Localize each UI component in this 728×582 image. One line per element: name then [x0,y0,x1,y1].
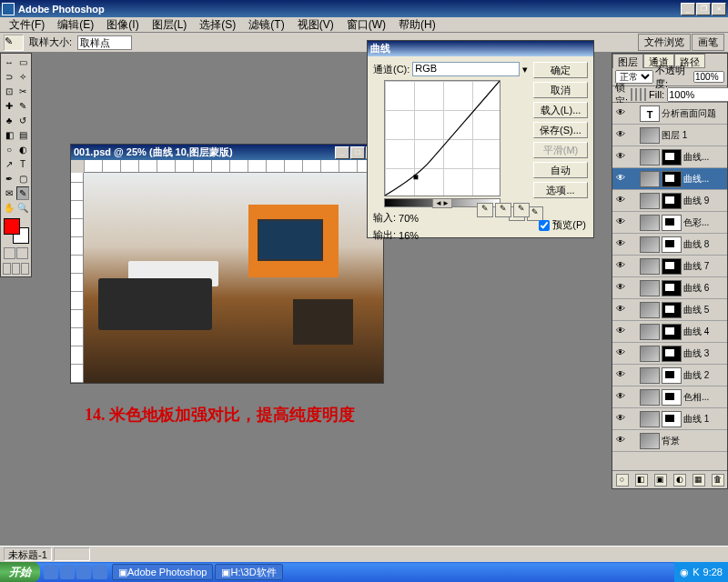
tray-icon[interactable]: ◉ [680,567,689,578]
tab-brushes[interactable]: 画笔 [692,34,724,51]
restore-button[interactable]: ❐ [696,3,711,15]
screen-1[interactable] [3,263,11,275]
screen-2[interactable] [12,263,20,275]
visibility-icon[interactable]: 👁 [614,151,626,163]
doc-maximize[interactable]: □ [350,146,365,159]
visibility-icon[interactable]: 👁 [614,173,626,185]
layer-set-icon[interactable]: ▣ [654,474,667,487]
doc-minimize[interactable]: _ [335,146,349,159]
eyedropper-black-icon[interactable]: ✎ [477,203,493,217]
dodge-tool[interactable]: ◐ [16,143,29,156]
visibility-icon[interactable]: 👁 [614,413,626,425]
visibility-icon[interactable]: 👁 [614,282,626,294]
canvas[interactable] [84,173,383,383]
blur-tool[interactable]: ○ [3,143,15,156]
brush-tool[interactable]: ✎ [16,99,29,113]
visibility-icon[interactable]: 👁 [614,195,626,206]
menu-window[interactable]: 窗口(W) [341,16,391,34]
hand-tool[interactable]: ✋ [3,201,15,215]
layer-name[interactable]: 曲线 4 [683,326,725,338]
auto-button[interactable]: 自动 [533,162,588,178]
layer-row[interactable]: 👁曲线 2 [612,365,727,386]
cancel-button[interactable]: 取消 [533,82,588,98]
ok-button[interactable]: 确定 [533,62,588,78]
task-photoshop[interactable]: ▣ Adobe Photoshop [112,564,213,580]
layer-row[interactable]: 👁曲线... [612,168,727,190]
visibility-icon[interactable]: 👁 [614,435,626,447]
start-button[interactable]: 开始 [0,562,40,582]
visibility-icon[interactable]: 👁 [614,107,626,119]
menu-image[interactable]: 图像(I) [101,16,144,34]
color-swatch[interactable] [4,218,29,244]
visibility-icon[interactable]: 👁 [614,260,626,272]
layer-row[interactable]: 👁色彩... [612,212,727,234]
layer-row[interactable]: 👁曲线 9 [612,190,727,212]
delete-layer-icon[interactable]: 🗑 [712,474,724,487]
load-button[interactable]: 载入(L)... [533,102,588,118]
visibility-icon[interactable]: 👁 [614,216,626,228]
stamp-tool[interactable]: ♣ [3,114,15,127]
layer-name[interactable]: 图层 1 [662,129,725,142]
quickmask-mode[interactable] [16,247,28,259]
curve-grid[interactable] [384,80,500,196]
tab-filebrowser[interactable]: 文件浏览 [638,34,691,51]
layer-row[interactable]: 👁曲线 7 [612,256,727,277]
layer-name[interactable]: 曲线 7 [683,260,725,273]
lock-paint-icon[interactable] [635,88,637,101]
layer-name[interactable]: 曲线... [683,173,725,186]
adjustment-layer-icon[interactable]: ◐ [673,474,686,487]
doc-titlebar[interactable]: 001.psd @ 25% (曲线 10,图层蒙版) _ □ × [71,145,383,160]
layer-row[interactable]: 👁曲线 5 [612,299,727,321]
layer-name[interactable]: 曲线 5 [683,304,725,316]
zoom-tool[interactable]: 🔍 [16,201,29,215]
layer-row[interactable]: 👁色相... [612,386,727,408]
layer-row[interactable]: 👁图层 1 [612,125,727,146]
visibility-icon[interactable]: 👁 [614,369,626,381]
layer-name[interactable]: 曲线 1 [683,413,725,426]
menu-filter[interactable]: 滤镜(T) [243,16,289,34]
layer-name[interactable]: 曲线 2 [683,369,725,382]
layer-row[interactable]: 👁曲线 6 [612,277,727,299]
ruler-vertical[interactable] [71,173,84,383]
menu-edit[interactable]: 编辑(E) [52,16,99,34]
layer-row[interactable]: 👁曲线 8 [612,234,727,256]
eyedropper-white-icon[interactable]: ✎ [513,203,530,217]
lock-move-icon[interactable] [640,88,642,101]
ql-icon-1[interactable] [44,565,58,579]
layer-row[interactable]: 👁曲线 1 [612,408,727,430]
lasso-tool[interactable]: ⊃ [3,70,15,84]
system-tray[interactable]: ◉ K 9:28 [674,562,728,582]
heal-tool[interactable]: ✚ [3,99,15,113]
menu-view[interactable]: 视图(V) [292,16,339,34]
type-tool[interactable]: T [16,157,29,171]
opacity-input[interactable] [693,71,724,83]
save-button[interactable]: 保存(S)... [533,122,588,138]
visibility-icon[interactable]: 👁 [614,391,626,403]
layer-name[interactable]: 曲线 6 [683,282,725,295]
options-button[interactable]: 选项... [533,182,588,198]
task-explorer[interactable]: ▣ H:\3D软件 [215,564,282,580]
slice-tool[interactable]: ✂ [16,85,29,98]
sample-select[interactable]: 取样点 [77,35,132,50]
new-layer-icon[interactable]: ▦ [693,474,705,487]
layer-row[interactable]: 👁曲线 3 [612,343,727,365]
visibility-icon[interactable]: 👁 [614,129,626,141]
layer-row[interactable]: 👁背景 [612,430,727,452]
layer-name[interactable]: 色彩... [683,216,725,229]
fg-color[interactable] [4,218,20,235]
channel-select[interactable]: RGB [412,62,520,76]
ql-icon-4[interactable] [93,565,107,579]
layer-mask-icon[interactable]: ◧ [635,474,648,487]
ruler-horizontal[interactable] [84,160,383,173]
minimize-button[interactable]: _ [681,3,695,15]
current-tool-icon[interactable]: ✎ [4,35,24,51]
tab-layers[interactable]: 图层 [612,54,643,68]
gradient-tool[interactable]: ▤ [16,128,29,142]
layer-name[interactable]: 背景 [662,435,725,447]
ql-icon-3[interactable] [76,565,91,579]
layer-name[interactable]: 曲线... [683,151,725,164]
notes-tool[interactable]: ✉ [3,186,15,200]
tray-icon[interactable]: K [693,567,699,577]
menu-select[interactable]: 选择(S) [194,16,241,34]
wand-tool[interactable]: ✧ [16,70,29,84]
